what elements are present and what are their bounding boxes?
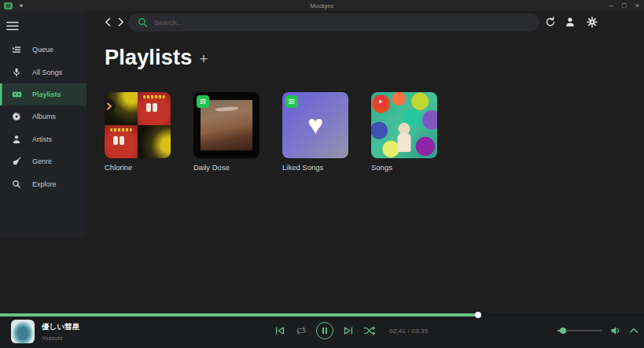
gear-icon <box>587 17 598 28</box>
mute-button[interactable] <box>610 326 621 335</box>
sidebar-item-label: Albums <box>32 113 56 120</box>
vinyl-icon <box>11 112 22 121</box>
volume-controls <box>558 315 638 346</box>
cover-tile <box>105 125 138 158</box>
cover-tile <box>138 125 171 158</box>
transport-controls: 02:41 / 03:35 <box>274 315 428 346</box>
speaker-icon <box>610 326 621 335</box>
sidebar-item-genre[interactable]: Genre <box>0 150 86 172</box>
youtube-badge-icon <box>374 95 387 108</box>
cassette-icon <box>11 90 22 99</box>
maximize-button[interactable]: □ <box>622 2 626 9</box>
explore-search-icon <box>11 180 22 189</box>
playlist-cover <box>193 92 259 158</box>
refresh-button[interactable] <box>544 16 557 28</box>
forward-button[interactable] <box>116 17 127 28</box>
next-track-button[interactable] <box>342 326 355 335</box>
titlebar: M Moosync – □ × <box>0 0 644 11</box>
playlist-card-daily-dose[interactable]: Daily Dose <box>193 92 259 172</box>
window-controls: – □ × <box>609 0 639 11</box>
microphone-icon <box>11 68 22 77</box>
add-playlist-button[interactable]: + <box>199 48 208 68</box>
artist-icon <box>11 135 22 144</box>
page-header: Playlists + <box>105 46 208 70</box>
cover-tile <box>138 92 171 125</box>
sidebar-item-playlists[interactable]: Playlists <box>0 83 86 106</box>
heart-icon: ♥ <box>307 111 323 138</box>
volume-slider[interactable] <box>558 327 602 335</box>
search-input[interactable] <box>154 19 530 27</box>
sidebar-item-label: Genre <box>32 157 52 165</box>
pause-icon <box>326 328 327 334</box>
shuffle-icon <box>363 326 376 335</box>
moosync-window: M Moosync – □ × Queue All Songs Playli <box>0 0 644 348</box>
page-title: Playlists <box>105 46 192 70</box>
playlist-card-chlorine[interactable]: Chlorine <box>105 92 171 172</box>
search-icon <box>138 17 148 28</box>
playlist-cover: ♥ <box>282 92 348 158</box>
refresh-icon <box>545 17 556 28</box>
hamburger-icon <box>6 21 19 31</box>
sidebar-item-albums[interactable]: Albums <box>0 106 86 128</box>
sidebar-item-label: Explore <box>32 180 57 188</box>
pause-button[interactable] <box>316 322 333 339</box>
playlist-grid: Chlorine Daily Dose ♥ Liked Songs <box>105 92 437 172</box>
player-bar: 優しい彗星 Yoasobi 02:41 / 03:35 <box>0 313 644 348</box>
now-playing: 優しい彗星 Yoasobi <box>11 320 79 343</box>
progress-thumb[interactable] <box>475 312 481 318</box>
playlist-name: Chlorine <box>105 163 171 172</box>
sidebar: Queue All Songs Playlists Albums Artists… <box>0 11 86 238</box>
queue-icon <box>11 45 22 54</box>
song-artist: Yoasobi <box>42 335 79 342</box>
sidebar-item-label: Artists <box>32 135 52 143</box>
repeat-button[interactable] <box>295 326 307 335</box>
previous-track-button[interactable] <box>274 326 286 335</box>
settings-button[interactable] <box>586 16 598 28</box>
menu-toggle-button[interactable] <box>6 20 22 32</box>
playlist-card-liked-songs[interactable]: ♥ Liked Songs <box>282 92 348 172</box>
expand-player-button[interactable] <box>629 328 638 334</box>
song-title: 優しい彗星 <box>42 322 79 332</box>
playlist-card-songs[interactable]: Songs <box>371 92 437 172</box>
album-art[interactable] <box>11 320 35 343</box>
window-title: Moosync <box>0 2 644 9</box>
sidebar-item-queue[interactable]: Queue <box>0 39 86 61</box>
shuffle-button[interactable] <box>363 326 376 335</box>
playlist-cover <box>371 92 437 158</box>
sidebar-item-label: Playlists <box>32 91 61 98</box>
repeat-icon <box>295 326 307 335</box>
search-bar[interactable] <box>128 13 539 31</box>
guitar-icon <box>11 157 22 166</box>
sidebar-item-all-songs[interactable]: All Songs <box>0 61 86 83</box>
back-button[interactable] <box>102 17 113 28</box>
time-display: 02:41 / 03:35 <box>389 328 428 335</box>
volume-thumb[interactable] <box>560 328 566 334</box>
previous-icon <box>274 326 286 335</box>
sidebar-item-artists[interactable]: Artists <box>0 128 86 150</box>
spotify-playlist-badge-icon <box>285 95 298 108</box>
chevron-right-icon <box>118 17 124 27</box>
sidebar-item-label: Queue <box>32 46 53 54</box>
now-playing-text: 優しい彗星 Yoasobi <box>42 322 79 342</box>
playlist-name: Songs <box>371 163 437 172</box>
account-button[interactable] <box>564 16 576 28</box>
person-icon <box>565 17 576 28</box>
next-icon <box>342 326 355 335</box>
spotify-playlist-badge-icon <box>197 95 209 108</box>
cover-figure <box>399 123 410 135</box>
playlist-cover <box>105 92 171 158</box>
playlist-name: Liked Songs <box>282 163 348 172</box>
cover-art <box>201 100 252 150</box>
minimize-button[interactable]: – <box>609 2 613 9</box>
sidebar-item-label: All Songs <box>32 68 62 76</box>
close-button[interactable]: × <box>635 2 639 9</box>
pause-icon <box>322 328 324 334</box>
chevron-up-icon <box>629 328 638 334</box>
sidebar-item-explore[interactable]: Explore <box>0 172 86 194</box>
playlist-name: Daily Dose <box>193 163 259 172</box>
sidebar-nav: Queue All Songs Playlists Albums Artists… <box>0 39 86 195</box>
chevron-left-icon <box>105 17 111 27</box>
